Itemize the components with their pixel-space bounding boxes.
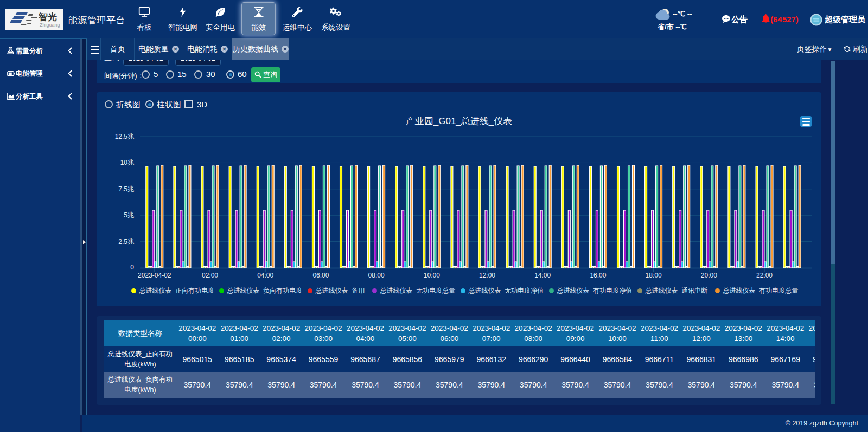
svg-text:Zhiguang: Zhiguang [40,22,60,28]
svg-text:智光: 智光 [38,12,57,22]
